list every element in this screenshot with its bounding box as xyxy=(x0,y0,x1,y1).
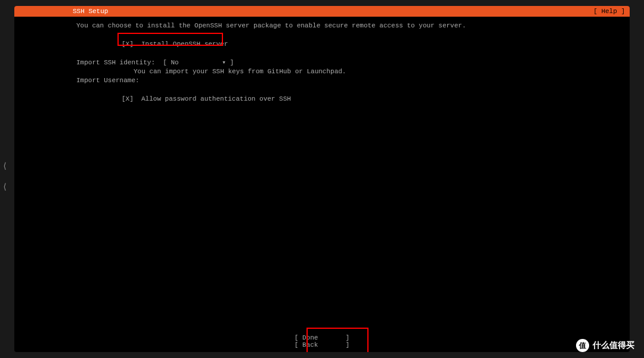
allow-password-checkbox[interactable]: [X] xyxy=(122,95,134,102)
import-identity-label: Import SSH identity: xyxy=(76,59,155,66)
install-openssh-label: Install OpenSSH server xyxy=(141,41,228,48)
import-username-row: Import Username: xyxy=(14,76,630,85)
terminal-window: SSH Setup [ Help ] You can choose to ins… xyxy=(14,6,630,352)
back-button[interactable]: [ Back ] xyxy=(14,341,630,348)
allow-password-label: Allow password authentication over SSH xyxy=(141,95,291,102)
import-username-label: Import Username: xyxy=(76,77,140,84)
page-title: SSH Setup xyxy=(19,8,108,15)
allow-password-option[interactable]: [X] Allow password authentication over S… xyxy=(14,95,630,104)
header-bar: SSH Setup [ Help ] xyxy=(14,6,630,17)
side-icon-1: ⟨ xyxy=(2,161,7,171)
import-identity-help: You can import your SSH keys from GitHub… xyxy=(14,67,630,76)
import-identity-row: Import SSH identity: [ No ▾ ] xyxy=(14,58,630,67)
watermark-badge: 值 xyxy=(576,339,589,352)
intro-text: You can choose to install the OpenSSH se… xyxy=(14,21,630,30)
help-link[interactable]: [ Help ] xyxy=(593,8,625,15)
done-button[interactable]: [ Done ] xyxy=(14,334,630,341)
watermark-text: 什么值得买 xyxy=(593,340,634,351)
watermark: 值 什么值得买 xyxy=(576,339,634,352)
install-openssh-checkbox[interactable]: [X] xyxy=(122,41,134,48)
side-icons: ⟨ ⟨ xyxy=(2,161,7,203)
import-identity-dropdown[interactable]: [ No ▾ ] xyxy=(163,58,234,67)
bottom-buttons: [ Done ] [ Back ] xyxy=(14,334,630,348)
install-openssh-option[interactable]: [X] Install OpenSSH server xyxy=(14,40,630,49)
chevron-down-icon: ▾ ] xyxy=(222,59,234,66)
side-icon-2: ⟨ xyxy=(2,182,7,192)
content-area: You can choose to install the OpenSSH se… xyxy=(14,17,630,104)
